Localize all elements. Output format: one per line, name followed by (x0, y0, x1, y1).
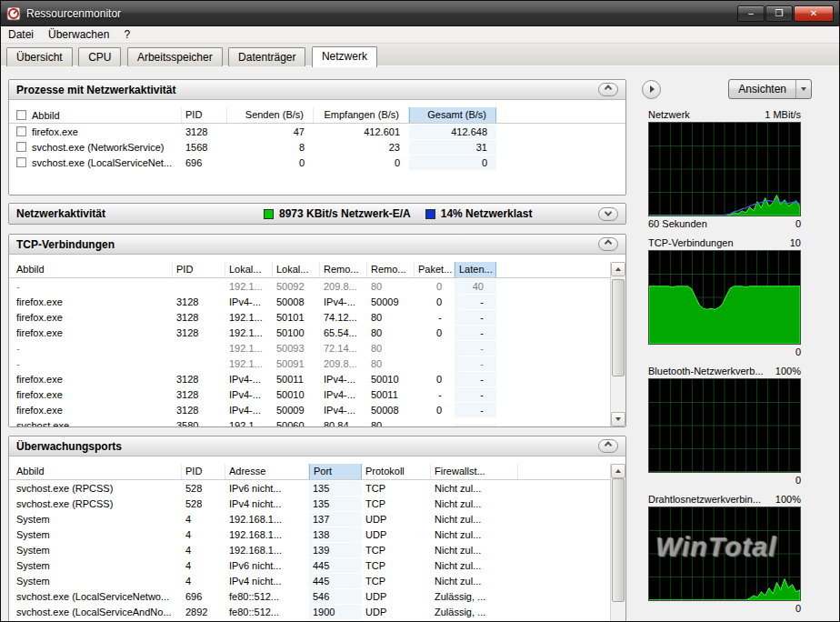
table-row[interactable]: firefox.exe3128192.1...5010174.12...80-- (9, 309, 610, 325)
collapse-panel-button[interactable] (598, 83, 618, 96)
table-row[interactable]: svchost.exe (LocalServiceNetwo...696fe80… (9, 588, 610, 604)
graph-scale: 100% (775, 365, 801, 377)
table-row[interactable]: System4192.168.1...138UDPNicht zul... (9, 527, 610, 542)
tab-uebersicht[interactable]: Übersicht (6, 47, 73, 66)
table-row[interactable]: -192.1...50091209.8...80- (9, 356, 610, 371)
column-header[interactable]: PID (182, 107, 227, 123)
table-row[interactable]: -192.1...50092209.8...80040 (9, 278, 610, 294)
tcp-table: AbbildPIDLokal...Lokal...Remo...Remo...P… (9, 262, 610, 426)
table-row[interactable]: System4192.168.1...139TCPNicht zul... (9, 542, 610, 557)
cell: 80 (367, 279, 415, 294)
vertical-scrollbar[interactable] (610, 464, 625, 622)
row-checkbox[interactable] (16, 157, 26, 167)
cell: fe80::512... (225, 605, 309, 619)
cell: System (9, 574, 182, 588)
ansichten-button[interactable]: Ansichten (728, 79, 812, 99)
column-header[interactable]: Abbild (9, 464, 182, 479)
cell: 696 (182, 589, 225, 604)
column-header[interactable]: Lokal... (225, 262, 273, 277)
column-header[interactable]: Gesamt (B/s) (409, 107, 496, 123)
row-checkbox[interactable] (16, 110, 26, 120)
tab-netzwerk[interactable]: Netzwerk (312, 46, 377, 67)
tab-arbeitsspeicher[interactable]: Arbeitsspeicher (127, 47, 223, 66)
drahtlos-graph (648, 507, 801, 601)
scrollbar-thumb[interactable] (612, 279, 625, 376)
column-header[interactable]: Lokal... (273, 262, 320, 277)
scrollbar-track[interactable] (611, 276, 625, 412)
column-header[interactable]: Protokoll (362, 464, 431, 479)
collapse-panel-button[interactable] (598, 237, 618, 251)
cell: IPv6 nicht... (225, 481, 309, 496)
row-checkbox[interactable] (16, 142, 26, 152)
column-header[interactable]: Port (309, 464, 362, 479)
cell: 50011 (273, 372, 320, 386)
table-row[interactable]: firefox.exe3128192.1...5010065.54...800- (9, 325, 610, 340)
cell: 3580 (173, 418, 225, 427)
column-header[interactable]: Abbild (9, 262, 173, 277)
column-header[interactable]: Senden (B/s) (227, 107, 314, 123)
scrollbar-thumb[interactable] (612, 478, 625, 602)
table-row[interactable]: svchost.exe (NetworkService)156882331 (9, 139, 625, 155)
panel-processes-header[interactable]: Prozesse mit Netzwerkaktivität (9, 80, 625, 100)
column-header[interactable]: Adresse (225, 464, 309, 479)
table-row[interactable]: svchost.exe (RPCSS)528IPv4 nicht...135TC… (9, 496, 610, 511)
scroll-up-button[interactable] (611, 464, 625, 478)
minimize-button[interactable]: – (737, 5, 765, 22)
menu-help[interactable]: ? (116, 26, 137, 43)
table-row[interactable]: firefox.exe3128IPv4-...50010IPv4-...5001… (9, 386, 610, 402)
row-checkbox[interactable] (16, 126, 26, 136)
column-header[interactable]: Remo... (320, 262, 367, 277)
column-header[interactable]: Paket... (415, 262, 455, 277)
panel-activity-header[interactable]: Netzwerkaktivität 8973 KBit/s Netzwerk-E… (9, 204, 625, 224)
panel-tcp-header[interactable]: TCP-Verbindungen (9, 235, 625, 255)
menu-datei[interactable]: Datei (1, 26, 41, 43)
cell (173, 362, 225, 366)
column-header[interactable]: PID (182, 464, 225, 479)
table-row[interactable]: svchost.exe3580192.1...5006080.84...80 (9, 417, 610, 426)
cell: 3128 (173, 372, 225, 386)
cell: 0 (227, 156, 314, 170)
column-header[interactable]: Firewallst... (431, 464, 518, 479)
maximize-button[interactable]: ❐ (765, 5, 793, 22)
cell: IPv4-... (320, 295, 367, 309)
scroll-down-button[interactable] (611, 412, 625, 426)
menu-ueberwachen[interactable]: Überwachen (41, 26, 116, 43)
cell: 412.601 (314, 125, 409, 139)
table-row[interactable]: svchost.exe (LocalServiceAndNo...2892fe8… (9, 604, 610, 619)
cell (415, 346, 455, 350)
scrollbar-track[interactable] (611, 478, 625, 622)
table-row[interactable]: firefox.exe312847412.601412.648 (9, 124, 625, 139)
column-header[interactable]: Laten... (455, 262, 496, 277)
cell: IPv4-... (320, 387, 367, 402)
cell: 0 (415, 279, 455, 294)
table-row[interactable]: firefox.exe3128IPv4-...50009IPv4-...5000… (9, 402, 610, 417)
titlebar[interactable]: Ressourcenmonitor – ❐ ✕ (1, 1, 839, 26)
close-button[interactable]: ✕ (794, 5, 834, 22)
tab-bar: Übersicht CPU Arbeitsspeicher Datenträge… (1, 44, 839, 66)
panel-title: Netzwerkaktivität (16, 207, 264, 220)
table-row[interactable]: System4IPv4 nicht...445TCPNicht zul... (9, 573, 610, 588)
cell: 0 (409, 156, 496, 170)
cell: 80 (367, 356, 415, 371)
column-header[interactable]: Remo... (367, 262, 415, 277)
views-toggle-button[interactable] (642, 80, 661, 99)
collapse-panel-button[interactable] (598, 439, 618, 453)
table-row[interactable]: svchost.exe (RPCSS)528IPv6 nicht...135TC… (9, 480, 610, 496)
vertical-scrollbar[interactable] (610, 262, 625, 426)
table-row[interactable]: firefox.exe3128IPv4-...50011IPv4-...5001… (9, 371, 610, 386)
table-row[interactable]: System4192.168.1...137UDPNicht zul... (9, 511, 610, 527)
column-header[interactable]: Empfangen (B/s) (314, 107, 409, 123)
resource-monitor-window: Ressourcenmonitor – ❐ ✕ Datei Überwachen… (0, 0, 840, 622)
chevron-up-icon (605, 85, 612, 92)
tab-datentraeger[interactable]: Datenträger (228, 47, 305, 66)
table-row[interactable]: -192.1...5009372.14...80- (9, 340, 610, 356)
column-header[interactable]: Abbild (9, 107, 182, 123)
table-row[interactable]: System4IPv6 nicht...445TCPNicht zul... (9, 557, 610, 573)
expand-panel-button[interactable] (598, 207, 618, 221)
column-header[interactable]: PID (173, 262, 225, 277)
tab-cpu[interactable]: CPU (78, 47, 121, 66)
table-row[interactable]: svchost.exe (LocalServiceNet...696000 (9, 155, 625, 170)
table-row[interactable]: firefox.exe3128IPv4-...50008IPv4-...5000… (9, 294, 610, 309)
scroll-up-button[interactable] (611, 262, 625, 276)
panel-ports-header[interactable]: Überwachungsports (9, 436, 625, 456)
